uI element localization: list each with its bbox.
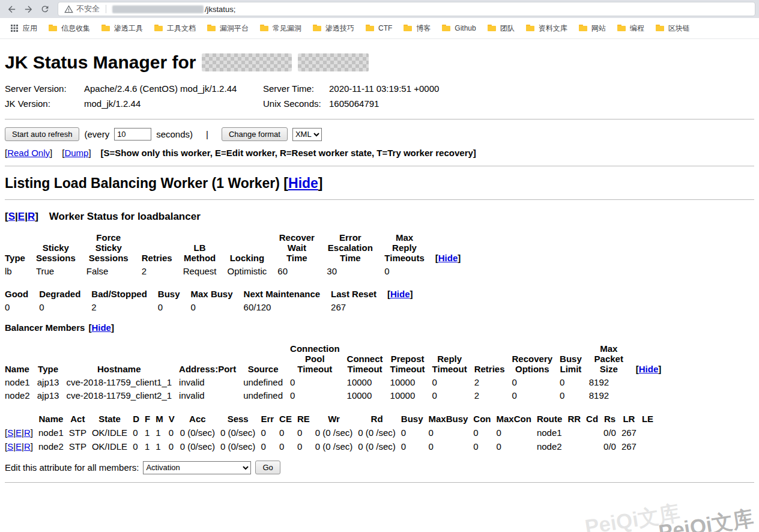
bookmark-item[interactable]: 渗透技巧 (307, 21, 359, 36)
s-link[interactable]: S (7, 441, 13, 452)
table-cell: 1 (156, 426, 169, 440)
bookmark-label: 博客 (416, 23, 431, 34)
hide-link[interactable]: Hide (91, 322, 111, 333)
bookmark-item[interactable]: 区块链 (650, 21, 695, 36)
dump-link[interactable]: Dump (64, 148, 88, 158)
bookmark-folder-icon (487, 23, 497, 33)
table-row: [S|E|R]node2STPOK/IDLE01100 (0/sec)0 (0/… (5, 440, 659, 453)
bookmark-item[interactable]: 资料文库 (521, 21, 572, 36)
hide-link[interactable]: Hide (288, 175, 318, 191)
bookmarks-bar: 应用 信息收集 渗透工具 工具文档 漏洞平台 常见漏洞 渗透技巧 (0, 18, 759, 39)
read-only-link[interactable]: [Read Only] (5, 148, 52, 158)
bookmark-item[interactable]: 信息收集 (43, 21, 95, 36)
column-header (5, 412, 38, 426)
hide-link[interactable]: Hide (639, 364, 659, 374)
table-cell: node1 (537, 426, 568, 440)
table-cell (567, 440, 586, 453)
table-cell: 0 (261, 440, 279, 453)
table-cell (586, 426, 603, 440)
members-heading-text: Balancer Members (5, 322, 85, 333)
refresh-interval-input[interactable] (114, 128, 151, 141)
e-link[interactable]: E (18, 211, 25, 222)
table-cell (586, 440, 603, 453)
divider (5, 482, 754, 483)
table-cell: 267 (621, 426, 642, 440)
bookmark-folder-icon (207, 23, 216, 33)
forward-button[interactable] (20, 1, 36, 17)
bookmark-item[interactable]: Github (437, 21, 480, 35)
hide-link[interactable]: Hide (438, 253, 458, 263)
bookmark-folder-icon (365, 23, 375, 33)
bookmark-item[interactable]: 团队 (482, 21, 519, 36)
bookmark-folder-icon (101, 23, 110, 33)
column-header: Connect Timeout (347, 342, 390, 376)
bookmark-item[interactable]: 网站 (573, 21, 611, 36)
r-link[interactable]: R (24, 441, 31, 452)
column-header: MaxCon (497, 412, 537, 426)
bookmark-item[interactable]: 渗透工具 (96, 21, 148, 36)
table-cell: 0 (432, 376, 474, 389)
table-row: JK Version: mod_jk/1.2.44 Unix Seconds: … (5, 96, 439, 111)
table-row: node1ajp13cve-2018-11759_client1_1invali… (5, 376, 668, 389)
table-cell: 0/0 (603, 426, 621, 440)
attribute-select[interactable]: Activation (143, 461, 251, 474)
seconds-label: seconds) (156, 129, 193, 139)
table-cell: 0 (512, 389, 560, 402)
table-cell: 1 (145, 426, 156, 440)
column-header: Prepost Timeout (390, 342, 432, 376)
table-cell: node1 (5, 376, 37, 389)
bookmark-item[interactable]: 常见漏洞 (255, 21, 306, 36)
edit-attribute-label: Edit this attribute for all members: (5, 462, 139, 473)
members-hide-link: [Hide] (88, 322, 114, 333)
table-cell: OK/IDLE (92, 440, 133, 453)
table-cell: 0 (169, 426, 180, 440)
change-format-button[interactable]: Change format (222, 127, 288, 141)
e-link[interactable]: E (16, 441, 22, 452)
forward-icon (23, 4, 34, 14)
column-header: Rs (603, 412, 621, 426)
bookmark-item[interactable]: 漏洞平台 (202, 21, 253, 36)
lb-hide-link: [Hide] (283, 175, 322, 191)
page-title-text: JK Status Manager for (5, 52, 196, 73)
edit-attribute-row: Edit this attribute for all members: Act… (5, 461, 754, 474)
format-select[interactable]: XML (292, 128, 322, 141)
table-cell: 0 (0 /sec) (315, 426, 358, 440)
table-header-row: NameActStateDFMVAccSessErrCEREWrRdBusyMa… (5, 412, 659, 426)
bookmark-item[interactable]: 应用 (5, 21, 42, 36)
bookmark-item[interactable]: CTF (360, 21, 397, 35)
refresh-button[interactable] (37, 1, 53, 17)
column-header: [Hide] (387, 288, 424, 301)
table-cell: lb (5, 265, 36, 278)
back-button[interactable] (4, 1, 19, 17)
redacted-hostname (202, 53, 292, 71)
start-auto-refresh-button[interactable]: Start auto refresh (5, 127, 79, 141)
bookmark-item[interactable]: 博客 (398, 21, 435, 36)
s-link[interactable]: S (7, 428, 13, 438)
column-header: Retries (142, 231, 183, 265)
column-header: Rd (358, 412, 401, 426)
table-cell: 0 (297, 440, 315, 453)
table-cell: 0 (0 /sec) (315, 440, 358, 453)
bookmark-label: 资料文库 (539, 23, 567, 34)
table-cell (642, 440, 659, 453)
bookmark-folder-icon (259, 23, 269, 33)
e-link[interactable]: E (16, 428, 22, 438)
r-link[interactable]: R (24, 428, 31, 438)
bookmark-item[interactable]: 工具文档 (149, 21, 201, 36)
dump-link[interactable]: [Dump] (62, 148, 91, 158)
go-button[interactable]: Go (255, 461, 280, 474)
info-label: Unix Seconds: (263, 96, 329, 111)
hide-link[interactable]: Hide (390, 289, 410, 299)
bookmark-folder-icon (617, 23, 626, 33)
s-link[interactable]: S (8, 211, 15, 222)
bookmark-item[interactable]: 编程 (612, 21, 649, 36)
address-bar[interactable]: 不安全 /jkstatus; (58, 2, 755, 16)
back-icon (7, 4, 17, 14)
r-link[interactable]: R (28, 211, 35, 222)
column-header: Reply Timeout (432, 342, 474, 376)
table-row: node2ajp13cve-2018-11759_client2_1invali… (5, 389, 668, 402)
read-only-link[interactable]: Read Only (7, 148, 50, 158)
table-cell: Optimistic (228, 265, 278, 278)
column-header: Max Busy (191, 288, 244, 301)
table-cell: 0 (261, 426, 279, 440)
